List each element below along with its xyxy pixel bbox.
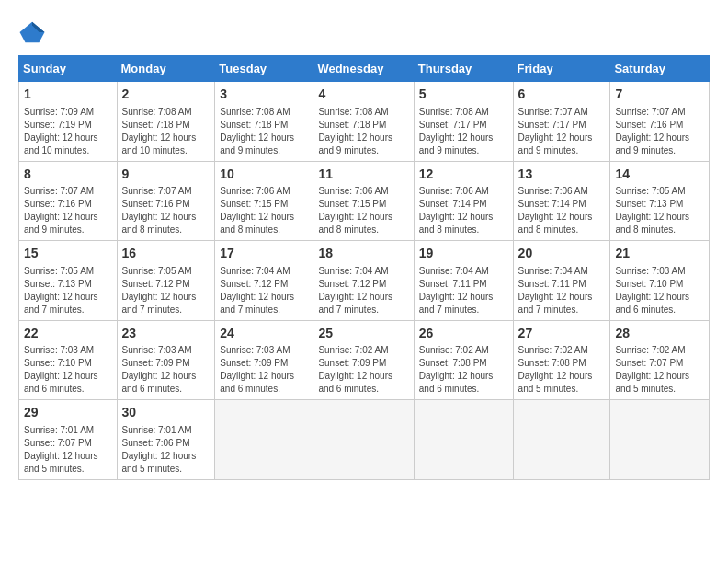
calendar-cell: 10Sunrise: 7:06 AM Sunset: 7:15 PM Dayli… — [215, 161, 313, 241]
day-info: Sunrise: 7:08 AM Sunset: 7:17 PM Dayligh… — [419, 106, 508, 157]
day-info: Sunrise: 7:08 AM Sunset: 7:18 PM Dayligh… — [318, 106, 408, 157]
calendar-week-row: 15Sunrise: 7:05 AM Sunset: 7:13 PM Dayli… — [19, 241, 710, 321]
calendar-cell: 22Sunrise: 7:03 AM Sunset: 7:10 PM Dayli… — [19, 320, 118, 400]
day-number: 24 — [220, 325, 308, 343]
day-number: 8 — [24, 166, 112, 184]
calendar-cell: 23Sunrise: 7:03 AM Sunset: 7:09 PM Dayli… — [117, 320, 215, 400]
calendar-cell: 13Sunrise: 7:06 AM Sunset: 7:14 PM Dayli… — [513, 161, 610, 241]
calendar-week-row: 1Sunrise: 7:09 AM Sunset: 7:19 PM Daylig… — [19, 82, 710, 162]
day-number: 3 — [220, 86, 308, 104]
day-number: 22 — [24, 325, 112, 343]
calendar-week-row: 29Sunrise: 7:01 AM Sunset: 7:07 PM Dayli… — [19, 400, 710, 480]
day-number: 28 — [615, 325, 704, 343]
day-number: 14 — [615, 166, 704, 184]
calendar-cell: 30Sunrise: 7:01 AM Sunset: 7:06 PM Dayli… — [117, 400, 215, 480]
day-info: Sunrise: 7:06 AM Sunset: 7:15 PM Dayligh… — [220, 185, 308, 236]
day-header-wednesday: Wednesday — [313, 56, 414, 82]
day-number: 1 — [24, 86, 112, 104]
calendar-cell — [215, 400, 313, 480]
calendar-cell: 17Sunrise: 7:04 AM Sunset: 7:12 PM Dayli… — [215, 241, 313, 321]
calendar-cell: 6Sunrise: 7:07 AM Sunset: 7:17 PM Daylig… — [513, 82, 610, 162]
calendar-cell: 8Sunrise: 7:07 AM Sunset: 7:16 PM Daylig… — [19, 161, 118, 241]
calendar-body: 1Sunrise: 7:09 AM Sunset: 7:19 PM Daylig… — [19, 82, 710, 480]
calendar-week-row: 22Sunrise: 7:03 AM Sunset: 7:10 PM Dayli… — [19, 320, 710, 400]
day-info: Sunrise: 7:06 AM Sunset: 7:15 PM Dayligh… — [318, 185, 408, 236]
day-info: Sunrise: 7:03 AM Sunset: 7:10 PM Dayligh… — [24, 344, 112, 396]
calendar-cell: 19Sunrise: 7:04 AM Sunset: 7:11 PM Dayli… — [414, 241, 513, 321]
day-info: Sunrise: 7:08 AM Sunset: 7:18 PM Dayligh… — [220, 106, 308, 157]
day-info: Sunrise: 7:05 AM Sunset: 7:13 PM Dayligh… — [24, 265, 112, 316]
day-info: Sunrise: 7:09 AM Sunset: 7:19 PM Dayligh… — [24, 106, 112, 157]
calendar-cell: 26Sunrise: 7:02 AM Sunset: 7:08 PM Dayli… — [414, 320, 513, 400]
day-info: Sunrise: 7:03 AM Sunset: 7:09 PM Dayligh… — [122, 344, 210, 396]
day-number: 16 — [122, 245, 210, 263]
day-header-tuesday: Tuesday — [215, 56, 313, 82]
calendar-cell: 4Sunrise: 7:08 AM Sunset: 7:18 PM Daylig… — [313, 82, 414, 162]
day-info: Sunrise: 7:07 AM Sunset: 7:16 PM Dayligh… — [615, 106, 704, 157]
day-number: 17 — [220, 245, 308, 263]
calendar-cell: 2Sunrise: 7:08 AM Sunset: 7:18 PM Daylig… — [117, 82, 215, 162]
calendar-cell: 16Sunrise: 7:05 AM Sunset: 7:12 PM Dayli… — [117, 241, 215, 321]
day-info: Sunrise: 7:04 AM Sunset: 7:11 PM Dayligh… — [518, 265, 606, 316]
calendar-cell: 24Sunrise: 7:03 AM Sunset: 7:09 PM Dayli… — [215, 320, 313, 400]
calendar-week-row: 8Sunrise: 7:07 AM Sunset: 7:16 PM Daylig… — [19, 161, 710, 241]
day-info: Sunrise: 7:08 AM Sunset: 7:18 PM Dayligh… — [122, 106, 210, 157]
day-number: 4 — [318, 86, 408, 104]
day-number: 18 — [318, 245, 408, 263]
day-number: 5 — [419, 86, 508, 104]
day-number: 15 — [24, 245, 112, 263]
calendar-cell — [414, 400, 513, 480]
calendar-cell — [610, 400, 710, 480]
day-info: Sunrise: 7:04 AM Sunset: 7:12 PM Dayligh… — [318, 265, 408, 316]
day-info: Sunrise: 7:01 AM Sunset: 7:06 PM Dayligh… — [122, 424, 210, 476]
day-info: Sunrise: 7:06 AM Sunset: 7:14 PM Dayligh… — [518, 185, 606, 236]
day-info: Sunrise: 7:04 AM Sunset: 7:12 PM Dayligh… — [220, 265, 308, 316]
day-number: 12 — [419, 166, 508, 184]
day-number: 20 — [518, 245, 606, 263]
day-number: 7 — [615, 86, 704, 104]
day-number: 21 — [615, 245, 704, 263]
day-header-thursday: Thursday — [414, 56, 513, 82]
day-header-sunday: Sunday — [19, 56, 118, 82]
day-info: Sunrise: 7:04 AM Sunset: 7:11 PM Dayligh… — [419, 265, 508, 316]
day-info: Sunrise: 7:06 AM Sunset: 7:14 PM Dayligh… — [419, 185, 508, 236]
day-info: Sunrise: 7:07 AM Sunset: 7:16 PM Dayligh… — [122, 185, 210, 236]
calendar-cell: 12Sunrise: 7:06 AM Sunset: 7:14 PM Dayli… — [414, 161, 513, 241]
day-number: 11 — [318, 166, 408, 184]
day-header-saturday: Saturday — [610, 56, 710, 82]
day-number: 10 — [220, 166, 308, 184]
calendar-cell: 3Sunrise: 7:08 AM Sunset: 7:18 PM Daylig… — [215, 82, 313, 162]
day-info: Sunrise: 7:05 AM Sunset: 7:13 PM Dayligh… — [615, 185, 704, 236]
day-info: Sunrise: 7:03 AM Sunset: 7:10 PM Dayligh… — [615, 265, 704, 316]
day-header-monday: Monday — [117, 56, 215, 82]
calendar-cell: 20Sunrise: 7:04 AM Sunset: 7:11 PM Dayli… — [513, 241, 610, 321]
day-number: 23 — [122, 325, 210, 343]
calendar-table: SundayMondayTuesdayWednesdayThursdayFrid… — [18, 55, 710, 480]
calendar-cell — [313, 400, 414, 480]
day-number: 29 — [24, 404, 112, 422]
calendar-cell: 25Sunrise: 7:02 AM Sunset: 7:09 PM Dayli… — [313, 320, 414, 400]
calendar-cell: 9Sunrise: 7:07 AM Sunset: 7:16 PM Daylig… — [117, 161, 215, 241]
calendar-cell: 5Sunrise: 7:08 AM Sunset: 7:17 PM Daylig… — [414, 82, 513, 162]
day-number: 9 — [122, 166, 210, 184]
day-number: 27 — [518, 325, 606, 343]
day-info: Sunrise: 7:02 AM Sunset: 7:08 PM Dayligh… — [419, 344, 508, 396]
day-info: Sunrise: 7:07 AM Sunset: 7:17 PM Dayligh… — [518, 106, 606, 157]
day-number: 25 — [318, 325, 408, 343]
calendar-cell: 29Sunrise: 7:01 AM Sunset: 7:07 PM Dayli… — [19, 400, 118, 480]
calendar-cell — [513, 400, 610, 480]
day-info: Sunrise: 7:02 AM Sunset: 7:08 PM Dayligh… — [518, 344, 606, 396]
calendar-cell: 11Sunrise: 7:06 AM Sunset: 7:15 PM Dayli… — [313, 161, 414, 241]
day-number: 2 — [122, 86, 210, 104]
day-info: Sunrise: 7:05 AM Sunset: 7:12 PM Dayligh… — [122, 265, 210, 316]
calendar-cell: 1Sunrise: 7:09 AM Sunset: 7:19 PM Daylig… — [19, 82, 118, 162]
day-header-friday: Friday — [513, 56, 610, 82]
calendar-header-row: SundayMondayTuesdayWednesdayThursdayFrid… — [19, 56, 710, 82]
day-number: 26 — [419, 325, 508, 343]
day-info: Sunrise: 7:02 AM Sunset: 7:07 PM Dayligh… — [615, 344, 704, 396]
day-number: 13 — [518, 166, 606, 184]
calendar-cell: 14Sunrise: 7:05 AM Sunset: 7:13 PM Dayli… — [610, 161, 710, 241]
day-info: Sunrise: 7:02 AM Sunset: 7:09 PM Dayligh… — [318, 344, 408, 396]
day-number: 6 — [518, 86, 606, 104]
day-info: Sunrise: 7:07 AM Sunset: 7:16 PM Dayligh… — [24, 185, 112, 236]
